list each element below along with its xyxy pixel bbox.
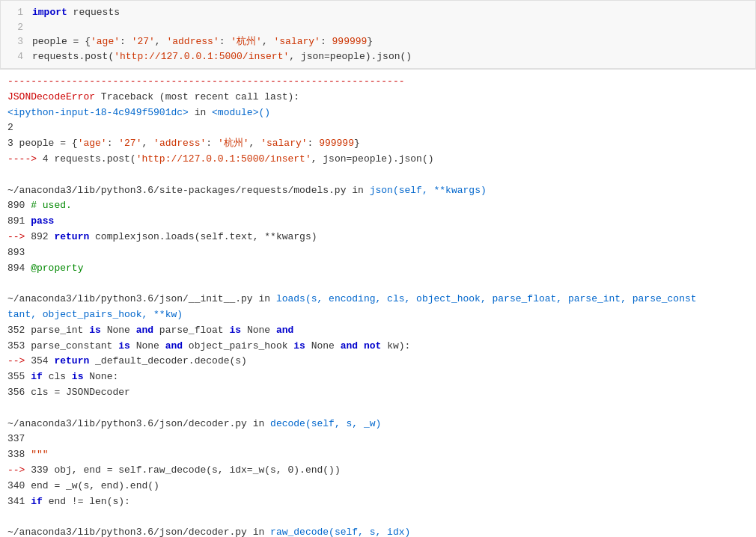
code-block: 1 import requests 2 3 people = {'age': '… xyxy=(0,0,756,69)
tb-module-ref: <module>() xyxy=(212,107,270,118)
tb-in4: in xyxy=(253,527,270,537)
tb-l337: 337 xyxy=(7,433,25,444)
tb-l353: 353 parse_constant is None and object_pa… xyxy=(7,340,410,352)
code-content: people = {'age': '27', 'address': '杭州', … xyxy=(32,34,373,49)
tb-frame4-filepath: ~/anaconda3/lib/python3.6/json/decoder.p… xyxy=(7,527,247,537)
code-line-2: 2 xyxy=(1,20,755,35)
tb-l355: 355 if cls is None: xyxy=(7,371,118,382)
tb-l354: 354 return _default_decoder.decode(s) xyxy=(31,355,247,366)
tb-arrow-339: --> xyxy=(7,464,31,476)
tb-l891: 891 pass xyxy=(7,215,54,227)
tb-l893: 893 xyxy=(7,247,25,258)
tb-frame1-filepath: ~/anaconda3/lib/python3.6/site-packages/… xyxy=(7,185,346,196)
line-number: 2 xyxy=(8,20,23,35)
tb-header-text: Traceback (most recent call last): xyxy=(101,91,299,102)
tb-frame1-l891: 891 pass xyxy=(7,214,749,230)
tb-context-3: 3 people = {'age': '27', 'address': '杭州'… xyxy=(7,136,749,152)
tb-frame1-path: ~/anaconda3/lib/python3.6/site-packages/… xyxy=(7,183,749,199)
tb-l356: 356 cls = JSONDecoder xyxy=(7,387,130,398)
tb-l339: 339 obj, end = self.raw_decode(s, idx=_w… xyxy=(31,464,340,476)
tb-frame3-l340: 340 end = _w(s, end).end() xyxy=(7,479,749,494)
tb-frame2-path: ~/anaconda3/lib/python3.6/json/__init__.… xyxy=(7,292,749,307)
tb-divider-line: ----------------------------------------… xyxy=(7,74,749,90)
tb-divider: ----------------------------------------… xyxy=(7,76,405,87)
tb-context-4: ----> 4 requests.post('http://127.0.0.1:… xyxy=(7,152,749,168)
line-number: 3 xyxy=(8,34,23,49)
tb-header-line: JSONDecodeError Traceback (most recent c… xyxy=(7,90,749,105)
tb-frame3-filepath: ~/anaconda3/lib/python3.6/json/decoder.p… xyxy=(7,418,247,429)
tb-frame1-l894: 894 @property xyxy=(7,261,749,277)
tb-arrow-892: --> xyxy=(7,231,31,242)
tb-frame2-l355: 355 if cls is None: xyxy=(7,369,749,385)
tb-l352: 352 parse_int is None and parse_float is… xyxy=(7,325,293,336)
tb-frame1-l892: --> 892 return complexjson.loads(self.te… xyxy=(7,230,749,245)
tb-frame2-path2: tant, object_pairs_hook, **kw) xyxy=(7,307,749,323)
tb-ctx-line3: 3 people = {'age': '27', 'address': '杭州'… xyxy=(7,138,360,149)
tb-frame3-l337: 337 xyxy=(7,432,749,447)
tb-context-2: 2 xyxy=(7,120,749,136)
tb-frame3-func: decode(self, s, _w) xyxy=(270,418,381,429)
line-number: 4 xyxy=(8,49,23,64)
tb-input-ref: <ipython-input-18-4c949f5901dc> xyxy=(7,107,189,118)
tb-l894: 894 @property xyxy=(7,263,83,274)
code-line-4: 4 requests.post('http://127.0.0.1:5000/i… xyxy=(1,49,755,64)
tb-frame2-l352: 352 parse_int is None and parse_float is… xyxy=(7,323,749,339)
tb-ctx-line4: 4 requests.post('http://127.0.0.1:5000/i… xyxy=(43,153,434,165)
tb-frame3-path: ~/anaconda3/lib/python3.6/json/decoder.p… xyxy=(7,417,749,432)
tb-l890: 890 # used. xyxy=(7,200,72,211)
tb-frame1-l893: 893 xyxy=(7,245,749,261)
tb-frame1-l890: 890 # used. xyxy=(7,198,749,214)
tb-arrow-354: --> xyxy=(7,355,31,366)
tb-l892: 892 return complexjson.loads(self.text, … xyxy=(31,231,317,242)
tb-input-ref-line: <ipython-input-18-4c949f5901dc> in <modu… xyxy=(7,105,749,121)
tb-l338: 338 """ xyxy=(7,449,49,460)
tb-l341: 341 if end != len(s): xyxy=(7,496,130,507)
tb-error-type: JSONDecodeError xyxy=(7,91,95,102)
tb-frame2-l356: 356 cls = JSONDecoder xyxy=(7,385,749,401)
tb-frame4-func: raw_decode(self, s, idx) xyxy=(270,527,410,537)
tb-in2: in xyxy=(258,293,275,304)
code-content: requests.post('http://127.0.0.1:5000/ins… xyxy=(32,49,412,64)
tb-frame3-l341: 341 if end != len(s): xyxy=(7,494,749,510)
tb-frame2-l353: 353 parse_constant is None and object_pa… xyxy=(7,339,749,355)
tb-in-label: in xyxy=(195,107,212,118)
tb-ctx-indent: 2 xyxy=(7,122,13,133)
code-line-1: 1 import requests xyxy=(1,5,755,20)
code-content: import requests xyxy=(32,5,120,20)
line-number: 1 xyxy=(8,5,23,20)
tb-frame3-l338: 338 """ xyxy=(7,447,749,463)
tb-frame2-l354: --> 354 return _default_decoder.decode(s… xyxy=(7,354,749,369)
tb-l340: 340 end = _w(s, end).end() xyxy=(7,480,159,491)
tb-arrow-4: ----> xyxy=(7,153,43,165)
tb-frame2-func2: tant, object_pairs_hook, **kw) xyxy=(7,309,183,320)
tb-in1: in xyxy=(352,185,369,196)
tb-frame2-func: loads(s, encoding, cls, object_hook, par… xyxy=(276,293,697,304)
tb-in3: in xyxy=(253,418,270,429)
tb-frame2-filepath: ~/anaconda3/lib/python3.6/json/__init__.… xyxy=(7,293,253,304)
code-line-3: 3 people = {'age': '27', 'address': '杭州'… xyxy=(1,34,755,49)
tb-frame3-l339: --> 339 obj, end = self.raw_decode(s, id… xyxy=(7,463,749,479)
tb-frame1-func: json(self, **kwargs) xyxy=(370,185,487,196)
tb-frame4-path: ~/anaconda3/lib/python3.6/json/decoder.p… xyxy=(7,525,749,537)
traceback-block: ----------------------------------------… xyxy=(0,69,756,537)
